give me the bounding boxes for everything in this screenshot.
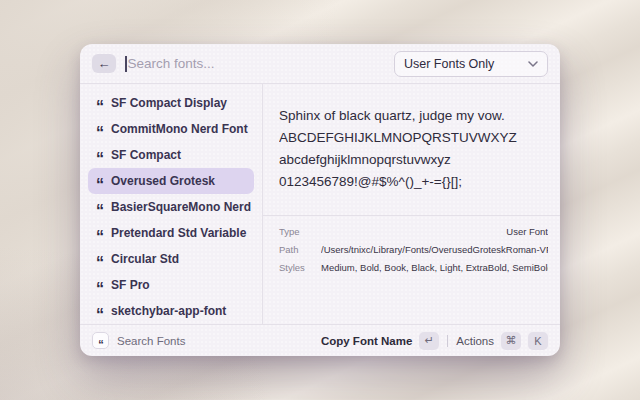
chevron-down-icon (528, 61, 538, 67)
back-button[interactable]: ← (92, 54, 116, 73)
font-name-label: SF Compact (111, 148, 181, 162)
font-list-item[interactable]: “ CommitMono Nerd Font (88, 116, 254, 142)
font-preview: Sphinx of black quartz, judge my vow. AB… (263, 84, 560, 193)
k-key-icon: K (528, 332, 548, 350)
quote-icon: “ (96, 232, 103, 241)
font-name-label: Overused Grotesk (111, 174, 215, 188)
app-name: Search Fonts (117, 335, 185, 347)
font-list-item[interactable]: “ Circular Std (88, 246, 254, 272)
detail-row-type: Type User Font (279, 222, 548, 240)
preview-lowercase: abcdefghijklmnopqrstuvwxyz (279, 149, 548, 171)
detail-label: Path (279, 244, 321, 255)
detail-value: User Font (321, 226, 548, 237)
footer-actions: Copy Font Name ↵ Actions ⌘ K (321, 332, 548, 350)
detail-label: Type (279, 226, 321, 237)
detail-value: /Users/tnixc/Library/Fonts/OverusedGrote… (321, 244, 548, 255)
back-arrow-icon: ← (98, 57, 111, 70)
app-icon: “ (92, 332, 109, 349)
text-caret (125, 56, 127, 72)
detail-row-path: Path /Users/tnixc/Library/Fonts/Overused… (279, 240, 548, 258)
quote-icon: “ (96, 310, 103, 319)
quote-icon: “ (96, 128, 103, 137)
footer-bar: “ Search Fonts Copy Font Name ↵ Actions … (80, 325, 560, 356)
desktop-background: ← User Fonts Only “ SF Compact Display (0, 0, 640, 400)
font-name-label: CommitMono Nerd Font (111, 122, 248, 136)
font-name-label: Circular Std (111, 252, 179, 266)
search-input[interactable] (128, 56, 386, 71)
actions-label: Actions (456, 335, 494, 347)
font-list-item[interactable]: “ sketchybar-app-font (88, 298, 254, 324)
font-list: “ SF Compact Display “ CommitMono Nerd F… (80, 84, 263, 324)
quote-icon: “ (96, 206, 103, 215)
detail-row-styles: Styles Medium, Bold, Book, Black, Light,… (279, 258, 548, 276)
font-filter-dropdown[interactable]: User Fonts Only (394, 51, 548, 77)
font-list-item[interactable]: “ Pretendard Std Variable (88, 220, 254, 246)
font-name-label: sketchybar-app-font (111, 304, 226, 318)
font-search-window: ← User Fonts Only “ SF Compact Display (80, 44, 560, 356)
detail-value: Medium, Bold, Book, Black, Light, ExtraB… (321, 262, 548, 273)
font-list-item[interactable]: “ SF Compact Display (88, 90, 254, 116)
preview-numerals: 0123456789!@#$%^()_+-={}[]; (279, 171, 548, 193)
font-name-label: Pretendard Std Variable (111, 226, 246, 240)
font-name-label: SF Compact Display (111, 96, 227, 110)
preview-uppercase: ABCDEFGHIJKLMNOPQRSTUVWXYZ (279, 127, 548, 149)
quote-icon: “ (98, 341, 103, 347)
copy-font-name-button[interactable]: Copy Font Name ↵ (321, 332, 439, 350)
copy-font-name-label: Copy Font Name (321, 335, 412, 347)
footer-divider (447, 335, 448, 347)
font-detail-panel: Sphinx of black quartz, judge my vow. AB… (263, 84, 560, 324)
font-filter-value: User Fonts Only (404, 57, 494, 71)
return-key-icon: ↵ (419, 332, 439, 350)
command-key-icon: ⌘ (501, 332, 521, 350)
quote-icon: “ (96, 180, 103, 189)
quote-icon: “ (96, 258, 103, 267)
font-name-label: BasierSquareMono Nerd Font (111, 200, 254, 214)
font-name-label: SF Pro (111, 278, 150, 292)
content-area: “ SF Compact Display “ CommitMono Nerd F… (80, 84, 560, 325)
font-list-item[interactable]: “ SF Compact (88, 142, 254, 168)
quote-icon: “ (96, 102, 103, 111)
font-list-item[interactable]: “ SF Pro (88, 272, 254, 298)
font-list-item[interactable]: “ BasierSquareMono Nerd Font (88, 194, 254, 220)
font-list-item[interactable]: “ Overused Grotesk (88, 168, 254, 194)
quote-icon: “ (96, 154, 103, 163)
font-metadata: Type User Font Path /Users/tnixc/Library… (263, 216, 560, 276)
quote-icon: “ (96, 284, 103, 293)
actions-button[interactable]: Actions ⌘ K (456, 332, 548, 350)
search-field-wrap (125, 56, 385, 72)
preview-pangram: Sphinx of black quartz, judge my vow. (279, 105, 548, 127)
detail-label: Styles (279, 262, 321, 273)
search-bar: ← User Fonts Only (80, 44, 560, 84)
